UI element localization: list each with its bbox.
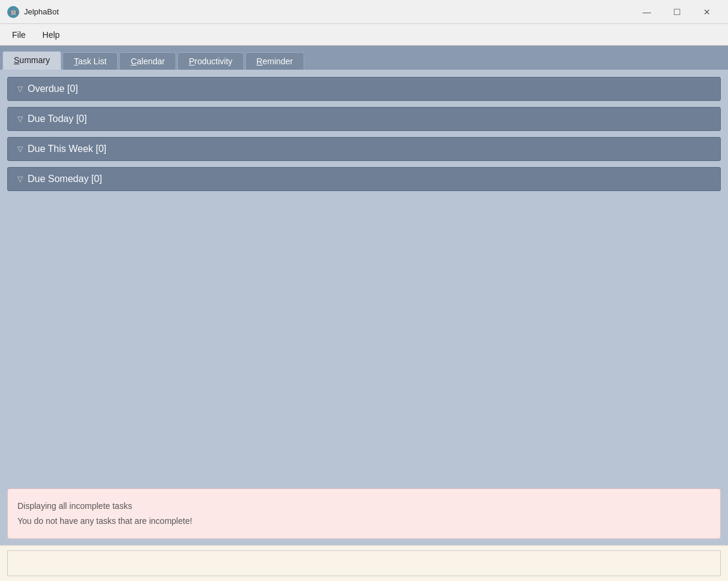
close-button[interactable]: ✕ <box>693 2 721 22</box>
section-due-today[interactable]: ▽ Due Today [0] <box>7 107 721 131</box>
chevron-overdue-icon: ▽ <box>17 85 23 93</box>
tab-calendar[interactable]: Calendar <box>119 52 176 70</box>
window-controls: — ☐ ✕ <box>633 2 721 22</box>
title-bar-left: 🤖 JelphaBot <box>7 6 59 18</box>
section-overdue[interactable]: ▽ Overdue [0] <box>7 77 721 101</box>
app-title: JelphaBot <box>24 7 59 16</box>
chevron-due-this-week-icon: ▽ <box>17 145 23 153</box>
tab-summary[interactable]: Summary <box>2 51 61 70</box>
status-line1: Displaying all incomplete tasks <box>17 499 711 514</box>
section-due-this-week-label: Due This Week [0] <box>28 144 106 154</box>
menu-help[interactable]: Help <box>35 28 67 42</box>
chevron-due-today-icon: ▽ <box>17 115 23 123</box>
section-due-today-label: Due Today [0] <box>28 114 87 124</box>
app-icon: 🤖 <box>7 6 19 18</box>
bottom-input-area <box>0 545 728 581</box>
tab-tasklist[interactable]: Task List <box>63 52 118 70</box>
menu-bar: File Help <box>0 24 728 46</box>
minimize-button[interactable]: — <box>633 2 661 22</box>
status-panel: Displaying all incomplete tasks You do n… <box>7 488 721 539</box>
section-due-this-week[interactable]: ▽ Due This Week [0] <box>7 137 721 161</box>
section-overdue-label: Overdue [0] <box>28 84 78 94</box>
section-due-someday[interactable]: ▽ Due Someday [0] <box>7 167 721 191</box>
tab-bar: Summary Task List Calendar Productivity … <box>0 46 728 70</box>
status-line2: You do not have any tasks that are incom… <box>17 514 711 529</box>
maximize-button[interactable]: ☐ <box>663 2 691 22</box>
bottom-input-field[interactable] <box>7 550 721 576</box>
tab-productivity[interactable]: Productivity <box>177 52 243 70</box>
menu-file[interactable]: File <box>5 28 33 42</box>
section-due-someday-label: Due Someday [0] <box>28 174 102 184</box>
title-bar: 🤖 JelphaBot — ☐ ✕ <box>0 0 728 24</box>
main-content: ▽ Overdue [0] ▽ Due Today [0] ▽ Due This… <box>0 70 728 581</box>
chevron-due-someday-icon: ▽ <box>17 175 23 183</box>
tab-reminder[interactable]: Reminder <box>245 52 305 70</box>
